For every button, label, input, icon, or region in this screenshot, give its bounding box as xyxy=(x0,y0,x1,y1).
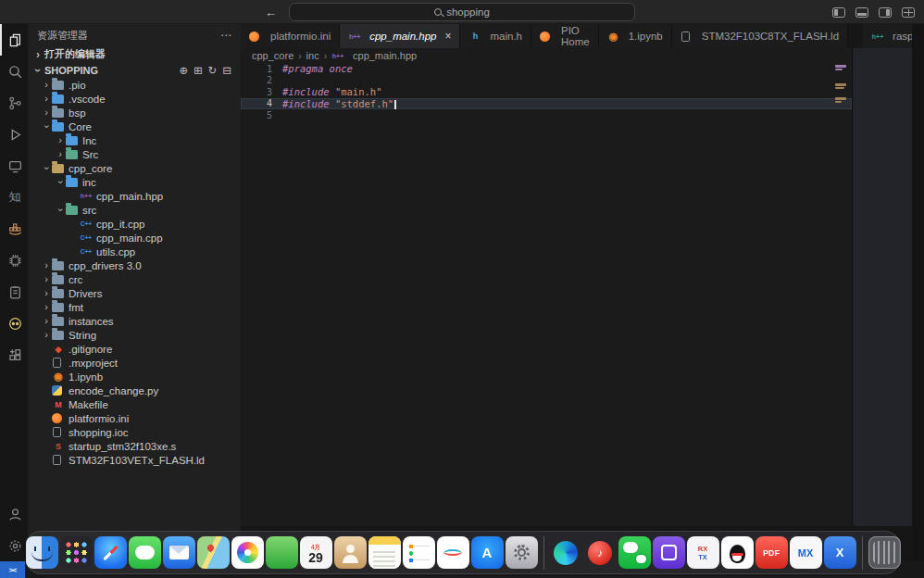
source-control-icon[interactable] xyxy=(0,87,28,119)
minimap[interactable] xyxy=(834,63,850,174)
command-center-search[interactable]: shopping xyxy=(289,3,635,21)
tree-item[interactable]: ›cpp_core xyxy=(28,161,241,175)
tree-item[interactable]: ›cpp_drivers 3.0 xyxy=(28,258,241,272)
tree-item[interactable]: ›crc xyxy=(28,272,241,286)
line-number[interactable]: 5 xyxy=(241,110,272,120)
tree-item[interactable]: C++utils.cpp xyxy=(28,245,241,258)
tree-item[interactable]: ›inc xyxy=(28,175,241,189)
dock-launchpad[interactable] xyxy=(60,536,93,569)
tree-item[interactable]: Sstartup_stm32f103xe.s xyxy=(28,439,241,453)
code-editor[interactable]: 1#pragma once 2 3#include "main.h" 4#inc… xyxy=(241,63,852,526)
dock-blue-x-app[interactable]: X xyxy=(824,536,856,569)
tree-item[interactable]: ›bsp xyxy=(28,106,241,119)
tree-item[interactable]: shopping.ioc xyxy=(28,425,241,439)
tree-item[interactable]: ›Drivers xyxy=(28,286,241,300)
containers-icon[interactable] xyxy=(0,213,28,245)
dock-pdf-reader[interactable]: PDF xyxy=(755,536,788,569)
dock-maps[interactable] xyxy=(197,536,230,569)
tab-cpp-main-hpp[interactable]: h++cpp_main.hpp× xyxy=(340,24,460,48)
dock-mx-app[interactable]: MX xyxy=(790,536,822,569)
line-number[interactable]: 3 xyxy=(241,87,272,97)
dock-serial-tool[interactable]: RXTX xyxy=(687,536,719,569)
dock-trash[interactable] xyxy=(868,536,901,569)
tree-item[interactable]: C++cpp_main.cpp xyxy=(28,231,241,245)
account-icon[interactable] xyxy=(0,498,28,530)
refresh-icon[interactable]: ↻ xyxy=(208,64,218,77)
dock-safari[interactable] xyxy=(94,536,127,569)
tree-item[interactable]: ›.vscode xyxy=(28,92,241,106)
tab-pio-home[interactable]: PIO Home xyxy=(531,24,599,48)
dock-green-app[interactable] xyxy=(266,536,298,569)
dock-notes[interactable] xyxy=(368,536,401,569)
breadcrumb-item[interactable]: cpp_main.hpp xyxy=(353,50,417,61)
tree-item[interactable]: ›Src xyxy=(28,147,241,161)
tree-item[interactable]: ›instances xyxy=(28,314,241,328)
dock-wechat[interactable] xyxy=(618,536,651,569)
tree-item[interactable]: STM32F103VETx_FLASH.ld xyxy=(28,453,241,467)
line-number[interactable]: 2 xyxy=(241,75,272,85)
line-number[interactable]: 1 xyxy=(241,64,272,74)
dock-edge[interactable] xyxy=(550,536,582,569)
new-file-icon[interactable]: ⊕ xyxy=(179,64,188,77)
tree-item[interactable]: ◉1.ipynb xyxy=(28,370,241,383)
editor-group-secondary[interactable] xyxy=(852,48,912,526)
back-button[interactable]: ← xyxy=(265,6,277,19)
dock-contacts[interactable] xyxy=(334,536,367,569)
dock-reminders[interactable] xyxy=(403,536,435,569)
dock-mail[interactable] xyxy=(163,536,195,569)
dock-purple-terminal[interactable] xyxy=(653,536,685,569)
dock-app-store[interactable]: A xyxy=(471,536,504,569)
dock-system-settings[interactable] xyxy=(506,536,538,569)
close-icon[interactable]: × xyxy=(444,30,451,43)
dock-messages[interactable] xyxy=(129,536,161,569)
toggle-sidebar-icon[interactable] xyxy=(832,7,845,18)
tab-platformio-ini[interactable]: platformio.ini xyxy=(241,24,340,48)
collapse-all-icon[interactable]: ⊟ xyxy=(222,64,231,77)
remote-indicator[interactable]: >< xyxy=(0,561,25,578)
sidebar-more-actions[interactable]: ⋯ xyxy=(220,29,231,42)
line-number[interactable]: 4 xyxy=(241,98,272,108)
search-view-icon[interactable] xyxy=(0,56,28,87)
new-folder-icon[interactable]: ⊞ xyxy=(194,64,203,77)
tree-item[interactable]: platformio.ini xyxy=(28,411,241,425)
tab-1-ipynb[interactable]: ◉1.ipynb xyxy=(599,24,672,48)
tree-item[interactable]: .mxproject xyxy=(28,356,241,370)
tree-item[interactable]: ›Core xyxy=(28,119,241,133)
breadcrumb-item[interactable]: inc xyxy=(306,50,319,61)
tree-item[interactable]: ›Inc xyxy=(28,133,241,147)
dock-photos[interactable] xyxy=(231,536,264,569)
hardware-chip-icon[interactable] xyxy=(0,245,28,276)
clipboard-icon[interactable] xyxy=(0,276,28,308)
tree-item[interactable]: ›fmt xyxy=(28,300,241,314)
tree-item[interactable]: C++cpp_it.cpp xyxy=(28,217,241,231)
tab-main-h[interactable]: hmain.h xyxy=(460,24,531,48)
toggle-panel-icon[interactable] xyxy=(855,7,868,18)
explorer-icon[interactable] xyxy=(0,24,28,56)
dock-finder[interactable] xyxy=(26,536,58,569)
toggle-secondary-sidebar-icon[interactable] xyxy=(879,7,892,18)
tree-item[interactable]: h++cpp_main.hpp xyxy=(28,189,241,203)
tree-item[interactable]: ›src xyxy=(28,203,241,217)
customize-layout-icon[interactable] xyxy=(902,7,915,18)
tree-item[interactable]: MMakefile xyxy=(28,397,241,411)
tab-stm32-flash-ld[interactable]: STM32F103C8TX_FLASH.ld xyxy=(672,24,848,48)
tree-item[interactable]: ◆.gitignore xyxy=(28,342,241,356)
tree-item[interactable]: encode_change.py xyxy=(28,383,241,397)
open-editors-section[interactable]: › 打开的编辑器 xyxy=(28,46,241,62)
settings-gear-icon[interactable] xyxy=(0,530,28,561)
zhi-extension-icon[interactable]: 知 xyxy=(0,182,28,213)
dock-qq[interactable] xyxy=(721,536,754,569)
breadcrumb-item[interactable]: cpp_core xyxy=(252,50,293,61)
dock-calendar[interactable]: 4月29 xyxy=(300,536,332,569)
tree-item[interactable]: ›.pio xyxy=(28,78,241,92)
project-section-header[interactable]: › SHOPPING ⊕ ⊞ ↻ ⊟ xyxy=(28,62,241,78)
dock-audio-app[interactable] xyxy=(437,536,469,569)
extensions-icon[interactable] xyxy=(0,339,28,371)
run-debug-icon[interactable] xyxy=(0,119,28,150)
dock-red-music[interactable]: ♪ xyxy=(584,536,617,569)
remote-explorer-icon[interactable] xyxy=(0,150,28,182)
platformio-icon[interactable] xyxy=(0,308,28,339)
tree-item[interactable]: ›String xyxy=(28,328,241,342)
overview-ruler[interactable] xyxy=(912,24,924,561)
map-pin-icon xyxy=(206,544,215,553)
